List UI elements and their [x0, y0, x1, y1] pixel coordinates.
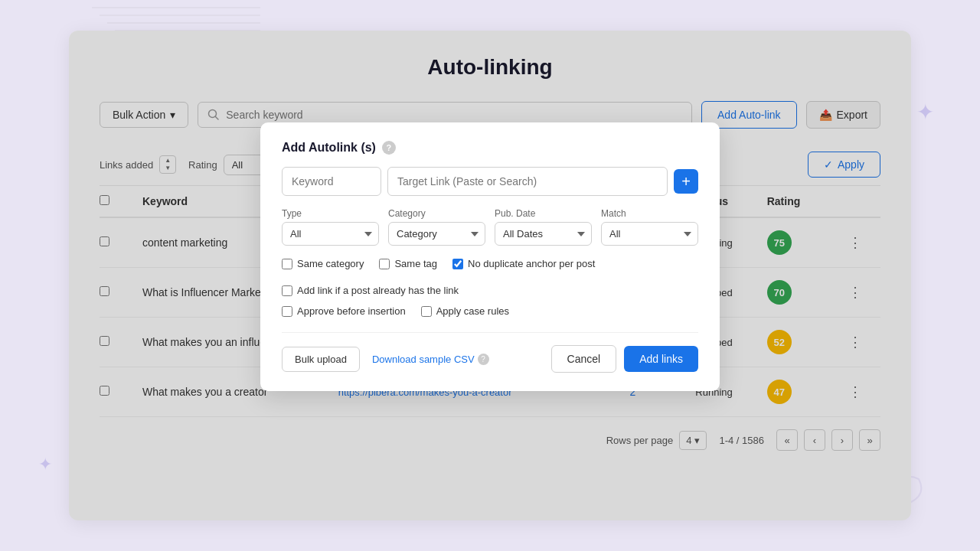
add-link-if-has-checkbox-label[interactable]: Add link if a post already has the link — [282, 285, 459, 296]
modal-overlay: Add Autolink (s) ? + Type All Internal E… — [69, 31, 911, 520]
modal-title-row: Add Autolink (s) ? — [282, 141, 698, 155]
same-category-checkbox[interactable] — [282, 259, 292, 269]
keyword-input[interactable] — [282, 167, 381, 196]
no-duplicate-anchor-text: No duplicate anchor per post — [468, 258, 595, 269]
approve-before-insertion-checkbox-label[interactable]: Approve before insertion — [282, 305, 406, 317]
modal-title-text: Add Autolink (s) — [282, 141, 376, 155]
add-row-button[interactable]: + — [674, 169, 698, 194]
modal-filters-row: Type All Internal External Category Cate… — [282, 208, 698, 246]
download-csv-link[interactable]: Download sample CSV ? — [372, 354, 489, 365]
approve-before-insertion-checkbox[interactable] — [282, 306, 292, 317]
add-link-if-has-checkbox[interactable] — [282, 285, 292, 296]
checkboxes-row-1: Same category Same tag No duplicate anch… — [282, 258, 698, 296]
add-links-button[interactable]: Add links — [624, 346, 698, 372]
type-filter-group: Type All Internal External — [282, 208, 379, 246]
main-container: Auto-linking Bulk Action ▾ Add Auto-link… — [69, 31, 911, 520]
same-category-checkbox-label[interactable]: Same category — [282, 258, 364, 269]
checkboxes-row-2: Approve before insertion Apply case rule… — [282, 305, 698, 317]
category-select[interactable]: Category — [388, 222, 485, 246]
same-tag-checkbox[interactable] — [379, 259, 390, 269]
bulk-upload-button[interactable]: Bulk upload — [282, 347, 360, 372]
help-icon-csv: ? — [478, 354, 489, 365]
apply-case-rules-checkbox[interactable] — [421, 306, 432, 317]
modal-footer: Bulk upload Download sample CSV ? Cancel… — [282, 332, 698, 373]
category-filter-group: Category Category — [388, 208, 485, 246]
help-icon[interactable]: ? — [382, 141, 396, 155]
no-duplicate-anchor-checkbox[interactable] — [452, 259, 463, 269]
bg-decoration-star-left: ✦ — [38, 455, 52, 474]
keyword-link-row: + — [282, 167, 698, 196]
type-label: Type — [282, 208, 379, 219]
match-filter-group: Match All Exact Partial — [601, 208, 698, 246]
modal-footer-left: Bulk upload Download sample CSV ? — [282, 347, 489, 372]
type-select[interactable]: All Internal External — [282, 222, 379, 246]
match-label: Match — [601, 208, 698, 219]
cancel-button[interactable]: Cancel — [551, 345, 617, 373]
add-autolink-modal: Add Autolink (s) ? + Type All Internal E… — [260, 122, 720, 391]
no-duplicate-anchor-checkbox-label[interactable]: No duplicate anchor per post — [452, 258, 595, 269]
pub-date-select[interactable]: All Dates — [495, 222, 592, 246]
category-label: Category — [388, 208, 485, 219]
target-link-input[interactable] — [387, 167, 668, 196]
bg-decoration-star: ✦ — [916, 99, 934, 125]
match-select[interactable]: All Exact Partial — [601, 222, 698, 246]
apply-case-rules-checkbox-label[interactable]: Apply case rules — [421, 305, 509, 317]
modal-footer-right: Cancel Add links — [551, 345, 698, 373]
pub-date-filter-group: Pub. Date All Dates — [495, 208, 592, 246]
same-tag-checkbox-label[interactable]: Same tag — [379, 258, 437, 269]
pub-date-label: Pub. Date — [495, 208, 592, 219]
